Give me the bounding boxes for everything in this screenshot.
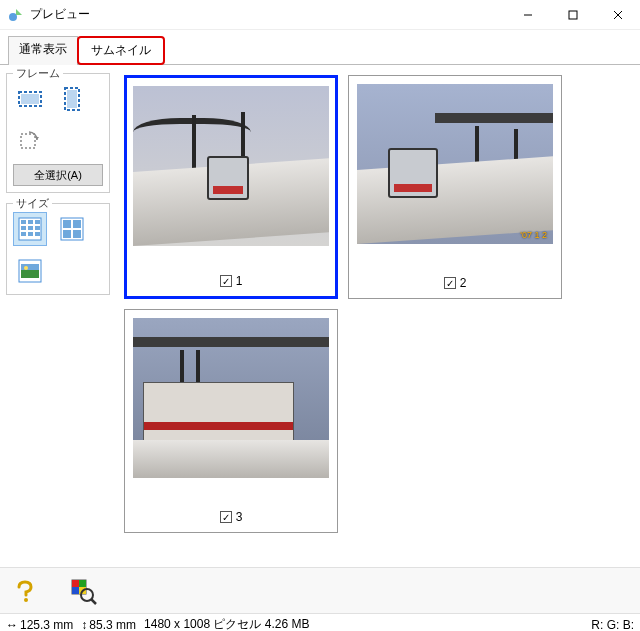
- svg-rect-33: [72, 587, 79, 594]
- status-height-value: 85.3 mm: [89, 618, 136, 632]
- status-width: ↔ 125.3 mm: [6, 618, 73, 632]
- size-medium-button[interactable]: [55, 212, 89, 246]
- title-bar: プレビュー: [0, 0, 640, 30]
- svg-rect-2: [569, 11, 577, 19]
- checkbox-icon[interactable]: ✓: [444, 277, 456, 289]
- svg-rect-18: [28, 232, 33, 236]
- frame-horizontal-button[interactable]: [13, 82, 47, 116]
- svg-rect-32: [79, 580, 86, 587]
- svg-rect-13: [35, 220, 40, 224]
- thumbnail-caption: ✓ 3: [220, 502, 243, 524]
- thumbnail-image: '07 1 2: [357, 84, 553, 244]
- status-height: ↕ 85.3 mm: [81, 618, 136, 632]
- size-group: サイズ: [6, 203, 110, 295]
- frame-group: フレーム 全選択(A): [6, 73, 110, 193]
- window-title: プレビュー: [30, 6, 505, 23]
- svg-rect-17: [21, 232, 26, 236]
- thumbnail-card[interactable]: '07 1 2 ✓ 2: [348, 75, 562, 299]
- svg-rect-14: [21, 226, 26, 230]
- thumbnail-card[interactable]: ✓ 3: [124, 309, 338, 533]
- thumbnail-image: [133, 86, 329, 246]
- thumbnail-caption: ✓ 2: [444, 268, 467, 290]
- minimize-button[interactable]: [505, 0, 550, 29]
- help-button[interactable]: [10, 576, 40, 606]
- maximize-button[interactable]: [550, 0, 595, 29]
- color-zoom-button[interactable]: [68, 576, 98, 606]
- height-icon: ↕: [81, 618, 87, 632]
- svg-rect-9: [21, 134, 35, 148]
- svg-rect-23: [63, 230, 71, 238]
- svg-rect-12: [28, 220, 33, 224]
- frame-group-title: フレーム: [13, 66, 63, 81]
- frame-rotate-button[interactable]: [13, 124, 47, 158]
- size-group-title: サイズ: [13, 196, 52, 211]
- svg-point-29: [24, 598, 28, 602]
- thumbnail-card[interactable]: ✓ 1: [124, 75, 338, 299]
- thumbnail-label: 1: [236, 274, 243, 288]
- bottom-toolbar: [0, 567, 640, 613]
- thumbnail-label: 3: [236, 510, 243, 524]
- view-tabs: 通常表示 サムネイル: [0, 30, 640, 65]
- svg-rect-31: [72, 580, 79, 587]
- app-icon: [8, 7, 24, 23]
- status-resolution: 1480 x 1008 ピクセル 4.26 MB: [144, 616, 309, 631]
- thumbnail-caption: ✓ 1: [220, 266, 243, 288]
- width-icon: ↔: [6, 618, 18, 632]
- svg-rect-6: [21, 94, 39, 104]
- checkbox-icon[interactable]: ✓: [220, 275, 232, 287]
- svg-point-0: [9, 13, 17, 21]
- frame-vertical-button[interactable]: [55, 82, 89, 116]
- svg-rect-27: [21, 270, 39, 278]
- tab-normal[interactable]: 通常表示: [8, 36, 78, 65]
- thumbnail-area: ✓ 1 '07 1 2 ✓ 2: [116, 65, 640, 567]
- svg-rect-15: [28, 226, 33, 230]
- tab-thumbnail[interactable]: サムネイル: [77, 36, 165, 65]
- status-width-value: 125.3 mm: [20, 618, 73, 632]
- side-panel: フレーム 全選択(A) サイズ: [0, 65, 116, 567]
- svg-point-28: [24, 266, 28, 270]
- status-bar: ↔ 125.3 mm ↕ 85.3 mm 1480 x 1008 ピクセル 4.…: [0, 613, 640, 631]
- select-all-button[interactable]: 全選択(A): [13, 164, 103, 186]
- checkbox-icon[interactable]: ✓: [220, 511, 232, 523]
- size-large-button[interactable]: [13, 254, 47, 288]
- svg-rect-24: [73, 230, 81, 238]
- thumbnail-image: [133, 318, 329, 478]
- thumbnail-label: 2: [460, 276, 467, 290]
- close-button[interactable]: [595, 0, 640, 29]
- svg-rect-8: [67, 90, 77, 108]
- svg-rect-11: [21, 220, 26, 224]
- size-small-button[interactable]: [13, 212, 47, 246]
- svg-rect-21: [63, 220, 71, 228]
- svg-rect-16: [35, 226, 40, 230]
- svg-rect-22: [73, 220, 81, 228]
- svg-rect-19: [35, 232, 40, 236]
- status-rgb: R: G: B:: [591, 618, 634, 632]
- svg-line-36: [91, 599, 96, 604]
